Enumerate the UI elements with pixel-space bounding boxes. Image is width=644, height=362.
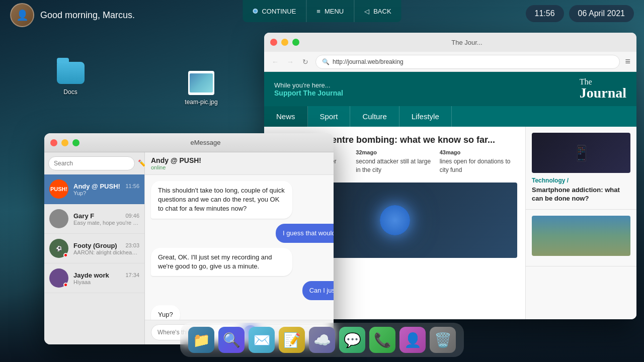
trash-icon: 🗑️ <box>434 332 452 348</box>
journal-logo: The Journal <box>580 78 626 100</box>
mail-icon: ✉️ <box>253 332 271 348</box>
image-preview <box>190 73 213 93</box>
forward-arrow[interactable]: → <box>285 57 295 67</box>
phone-icon: 📱 <box>572 144 591 162</box>
refresh-button[interactable]: ↻ <box>300 57 310 67</box>
journal-name: Journal <box>580 85 626 101</box>
contact-info-footy: Footy (Group) 23:03 AARON: alright dickh… <box>73 242 139 255</box>
dock-browser[interactable]: 🔍 <box>218 327 245 353</box>
timeline-item-2: 43mago lines open for donations to city … <box>440 149 517 174</box>
contact-time: 11:56 <box>125 183 139 189</box>
dock-contacts[interactable]: 👤 <box>399 327 426 353</box>
emessage-window: eMessage ✏️ PUSH! An <box>44 133 334 344</box>
dock-messages[interactable]: 💬 <box>339 327 365 353</box>
footy-preview: AARON: alright dickheads I booked the pi… <box>73 249 139 255</box>
contact-name-row: Andy @ PUSH! 11:56 <box>73 183 139 190</box>
message-sidebar: ✏️ PUSH! Andy @ PUSH! 11:56 Yu <box>44 152 145 344</box>
journal-nav: News Sport Culture Lifestyle <box>264 106 636 127</box>
phone-dock-icon: 📞 <box>374 332 391 348</box>
top-bar: 👤 Good morning, Marcus. <box>0 0 644 30</box>
chat-status: online <box>151 164 334 170</box>
chat-header: Andy @ PUSH! online <box>145 152 334 175</box>
support-link[interactable]: Support The Journal <box>274 89 343 97</box>
chat-messages[interactable]: This shouldn't take too long, couple of … <box>145 175 334 320</box>
contact-name-row-jayde: Jayde work 17:34 <box>73 272 139 279</box>
contact-list: PUSH! Andy @ PUSH! 11:56 Yup? <box>44 174 144 344</box>
close-button[interactable] <box>50 139 57 146</box>
tab-lifestyle[interactable]: Lifestyle <box>399 106 452 127</box>
dock-notes[interactable]: 📝 <box>279 327 305 353</box>
footy-name: Footy (Group) <box>73 242 117 249</box>
contact-name: Andy @ PUSH! <box>73 183 120 190</box>
dock-phone[interactable]: 📞 <box>369 327 395 353</box>
police-light <box>380 205 410 235</box>
tab-news[interactable]: News <box>264 106 308 127</box>
dock-mail[interactable]: ✉️ <box>249 327 275 353</box>
contact-name-row-footy: Footy (Group) 23:03 <box>73 242 139 249</box>
gary-time: 09:46 <box>125 213 139 219</box>
dock-weather[interactable]: ☁️ <box>309 327 335 353</box>
contact-avatar-andy: PUSH! <box>49 179 68 199</box>
folder-image <box>55 60 86 85</box>
url-text: http://journal.web/breaking <box>333 58 404 65</box>
push-avatar: PUSH! <box>49 179 68 199</box>
dock-trash[interactable]: 🗑️ <box>430 327 456 353</box>
timeline-time-2: 43mago <box>440 149 517 155</box>
minimize-button[interactable] <box>61 139 68 146</box>
jayde-preview: Hiyaaa <box>73 279 139 285</box>
browser-nav: ← → ↻ 🔍 http://journal.web/breaking ≡ <box>264 52 636 72</box>
avatar: 👤 <box>10 3 34 27</box>
tech-title: Smartphone addiction: what can be done n… <box>532 186 630 203</box>
user-greeting: 👤 Good morning, Marcus. <box>10 3 135 27</box>
url-bar[interactable]: 🔍 http://journal.web/breaking <box>315 55 620 69</box>
docs-label: Docs <box>63 88 77 96</box>
contact-footy[interactable]: ⚽ Footy (Group) 23:03 AARON: alright dic… <box>44 234 144 263</box>
chat-area: Andy @ PUSH! online This shouldn't take … <box>145 152 334 344</box>
browser-menu-button[interactable]: ≡ <box>625 56 630 67</box>
sidebar-article-0[interactable]: 📱 Technology / Smartphone addiction: wha… <box>526 127 636 210</box>
tab-culture[interactable]: Culture <box>350 106 399 127</box>
team-pic-label: team-pic.jpg <box>185 99 217 106</box>
contact-info-andy: Andy @ PUSH! 11:56 Yup? <box>73 183 139 196</box>
browser-dock-icon: 🔍 <box>223 332 240 348</box>
tab-sport[interactable]: Sport <box>308 106 351 127</box>
emessage-titlebar: eMessage <box>44 133 334 152</box>
while-here-text: While you're here... <box>274 81 343 89</box>
unread-indicator <box>63 253 68 257</box>
search-icon: 🔍 <box>322 58 330 65</box>
browser-close-button[interactable] <box>270 39 277 46</box>
contact-gary[interactable]: Gary F 09:46 Easy mate, hope you're doin… <box>44 204 144 234</box>
maximize-button[interactable] <box>72 139 79 146</box>
footy-time: 23:03 <box>125 242 139 248</box>
search-input[interactable] <box>48 156 135 170</box>
gary-preview: Easy mate, hope you're doing OK. <box>73 220 139 226</box>
contact-andy[interactable]: PUSH! Andy @ PUSH! 11:56 Yup? <box>44 174 144 204</box>
jayde-unread-indicator <box>63 283 68 287</box>
contact-avatar-footy: ⚽ <box>49 239 68 258</box>
journal-support-text: While you're here... Support The Journal <box>274 81 343 97</box>
image-shape <box>188 71 214 95</box>
notes-icon: 📝 <box>283 332 301 348</box>
jayde-name: Jayde work <box>73 272 109 279</box>
dock: 📁 🔍 ✉️ 📝 ☁️ 💬 📞 👤 🗑️ <box>180 323 464 357</box>
browser-titlebar: The Jour... <box>264 33 636 52</box>
docs-folder-icon[interactable]: Docs <box>50 60 91 96</box>
contact-avatar-gary <box>49 209 68 228</box>
message-4: Yup? <box>151 305 180 320</box>
timeline-item-1: 32mago second attacker still at large in… <box>356 149 433 174</box>
journal-header: While you're here... Support The Journal… <box>264 72 636 106</box>
message-0: This shouldn't take too long, couple of … <box>151 181 292 219</box>
back-arrow[interactable]: ← <box>270 57 280 67</box>
window-title: eMessage <box>84 139 328 146</box>
folder-shape <box>57 62 85 84</box>
gary-avatar <box>49 209 68 228</box>
contact-info-gary: Gary F 09:46 Easy mate, hope you're doin… <box>73 212 139 226</box>
dock-files[interactable]: 📁 <box>188 327 214 353</box>
browser-maximize-button[interactable] <box>292 39 299 46</box>
sidebar-article-1[interactable] <box>526 210 636 266</box>
browser-minimize-button[interactable] <box>281 39 288 46</box>
mountains-image <box>532 216 630 256</box>
contacts-icon: 👤 <box>404 332 422 348</box>
team-pic-icon[interactable]: team-pic.jpg <box>181 70 221 106</box>
contact-jayde[interactable]: Jayde work 17:34 Hiyaaa <box>44 263 144 293</box>
